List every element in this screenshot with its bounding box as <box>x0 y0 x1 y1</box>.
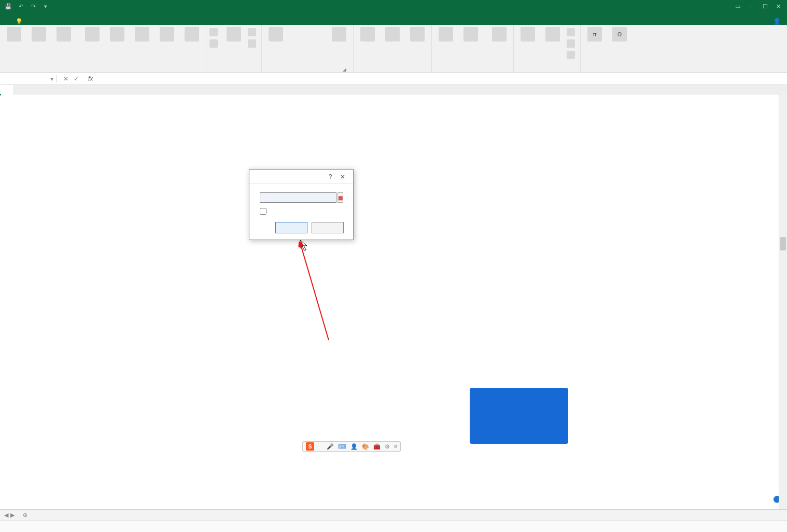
close-icon[interactable]: ✕ <box>776 3 781 10</box>
maximize-icon[interactable]: ☐ <box>763 3 768 10</box>
screenshot-button[interactable] <box>181 27 203 43</box>
signature-line-button[interactable] <box>567 38 577 49</box>
sheet-nav[interactable]: ◀▶ <box>0 512 19 519</box>
bing-maps-button[interactable] <box>248 27 258 37</box>
tell-me[interactable]: 💡 <box>10 18 31 25</box>
share-icon: 👤 <box>773 18 781 25</box>
timeline-button[interactable] <box>460 27 482 43</box>
timeline-icon <box>463 27 478 41</box>
chart-type-icon[interactable] <box>315 27 325 35</box>
add-sheet-button[interactable]: ⊕ <box>19 512 32 519</box>
store-button[interactable] <box>209 27 220 37</box>
pivotchart-button[interactable] <box>328 27 350 43</box>
status-bar <box>0 521 787 532</box>
dialog-titlebar[interactable]: ? ✕ <box>249 170 353 184</box>
cancel-entry-icon[interactable]: ✕ <box>63 75 68 82</box>
hyperlink-button[interactable] <box>488 27 510 43</box>
symbol-button[interactable]: Ω <box>609 27 630 43</box>
ribbon-options-icon[interactable]: ▭ <box>735 3 740 10</box>
hyperlink-icon <box>492 27 507 41</box>
save-icon[interactable]: 💾 <box>4 2 12 10</box>
undo-icon[interactable]: ↶ <box>17 2 25 10</box>
watermark-tag <box>470 388 568 444</box>
online-pic-icon <box>110 27 124 41</box>
group-filters <box>432 25 485 72</box>
title-bar: 💾 ↶ ↷ ▾ ▭ — ☐ ✕ <box>0 0 787 12</box>
header-footer-button[interactable] <box>542 27 564 43</box>
table-button[interactable] <box>53 27 75 43</box>
equation-button[interactable]: π <box>584 27 606 43</box>
object-icon <box>567 51 575 59</box>
wordart-button[interactable] <box>567 27 577 37</box>
ime-settings-icon[interactable]: ⚙ <box>385 443 390 450</box>
pivot-table-button[interactable] <box>3 27 25 43</box>
ime-menu-icon[interactable]: ≡ <box>394 443 397 450</box>
ime-keyboard-icon[interactable]: ⌨ <box>338 443 346 450</box>
chevron-right-icon: ▶ <box>10 512 15 519</box>
visio-button[interactable] <box>223 27 245 43</box>
formula-bar-row: ▾ ✕ ✓ fx <box>0 73 787 85</box>
chart-type-icon[interactable] <box>290 27 300 35</box>
spreadsheet-grid[interactable] <box>0 85 787 457</box>
sparkline-line-button[interactable] <box>357 27 378 43</box>
my-addins-button[interactable] <box>209 38 220 49</box>
shapes-button[interactable] <box>131 27 153 43</box>
quick-access-toolbar: 💾 ↶ ↷ ▾ <box>0 2 54 10</box>
wordart-icon <box>567 28 575 36</box>
people-graph-button[interactable] <box>248 38 258 49</box>
sparkline-winloss-button[interactable] <box>406 27 428 43</box>
chart-type-icon[interactable] <box>302 37 313 46</box>
slicer-button[interactable] <box>435 27 457 43</box>
chevron-down-icon[interactable]: ▾ <box>50 75 53 82</box>
textbox-button[interactable] <box>517 27 539 43</box>
headers-checkbox[interactable] <box>260 208 266 215</box>
vertical-scrollbar[interactable] <box>779 92 787 509</box>
name-box[interactable]: ▾ <box>0 75 57 82</box>
ime-mic-icon[interactable]: 🎤 <box>327 443 334 450</box>
sparkline-line-icon <box>360 27 375 41</box>
cancel-button[interactable] <box>312 222 344 233</box>
column-headers[interactable] <box>13 85 787 94</box>
tab-file[interactable] <box>0 21 10 25</box>
recommended-charts-button[interactable] <box>265 27 287 43</box>
ime-toolbox-icon[interactable]: 🧰 <box>373 443 381 450</box>
help-icon[interactable]: ? <box>324 173 336 180</box>
online-pictures-button[interactable] <box>106 27 128 43</box>
sparkline-winloss-icon <box>410 27 425 41</box>
ime-logo-icon: S <box>306 442 314 451</box>
pictures-button[interactable] <box>81 27 103 43</box>
sparkline-column-button[interactable] <box>382 27 403 43</box>
addins-icon <box>209 39 218 48</box>
pivotchart-icon <box>332 27 346 41</box>
range-picker-icon[interactable]: ▦ <box>338 192 343 203</box>
slicer-icon <box>439 27 453 41</box>
headers-checkbox-row[interactable] <box>260 208 343 215</box>
qat-more-icon[interactable]: ▾ <box>41 2 50 10</box>
accept-entry-icon[interactable]: ✓ <box>74 75 79 82</box>
chart-type-icon[interactable] <box>302 27 313 35</box>
pivot-table-icon <box>7 27 21 41</box>
smartart-button[interactable] <box>156 27 178 43</box>
object-button[interactable] <box>567 50 577 60</box>
symbol-icon: Ω <box>612 27 627 41</box>
visio-icon <box>227 27 241 41</box>
store-icon <box>209 28 218 36</box>
dialog-launcher-icon[interactable]: ◢ <box>343 67 350 72</box>
rec-pivot-icon <box>32 27 46 41</box>
share-button[interactable]: 👤 <box>767 18 787 25</box>
close-icon[interactable]: ✕ <box>336 173 349 180</box>
group-links <box>485 25 514 72</box>
ime-toolbar[interactable]: S 🎤 ⌨ 👤 🎨 🧰 ⚙ ≡ <box>302 441 401 452</box>
scrollbar-thumb[interactable] <box>780 237 786 250</box>
sparkline-col-icon <box>385 27 400 41</box>
minimize-icon[interactable]: — <box>749 3 754 10</box>
ime-skin-icon[interactable]: 🎨 <box>362 443 369 450</box>
chart-type-icon[interactable] <box>315 37 325 46</box>
ok-button[interactable] <box>275 222 307 233</box>
table-icon <box>57 27 71 41</box>
recommended-pivot-button[interactable] <box>28 27 50 43</box>
source-range-input[interactable] <box>260 192 336 203</box>
ime-avatar-icon[interactable]: 👤 <box>350 443 358 450</box>
chart-type-icon[interactable] <box>290 37 300 46</box>
redo-icon[interactable]: ↷ <box>29 2 37 10</box>
